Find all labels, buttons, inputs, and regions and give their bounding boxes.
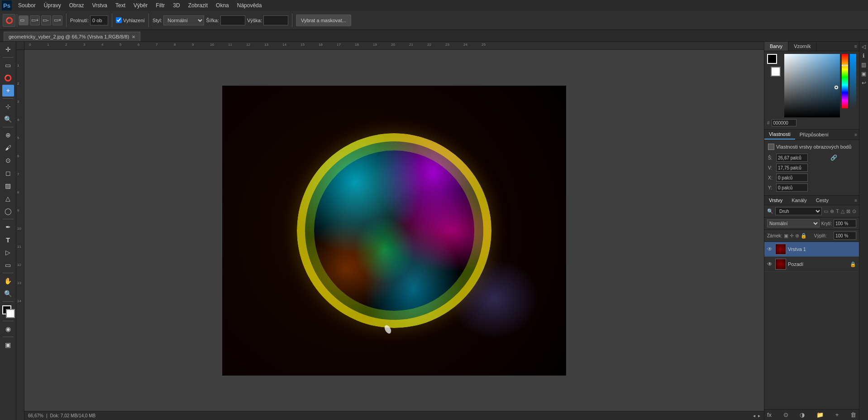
tool-hand[interactable]: ✋ — [2, 275, 14, 287]
lock-all-icon[interactable]: 🔒 — [801, 233, 807, 239]
vyhlazeni-label[interactable]: Vyhlazení — [116, 17, 145, 23]
menu-obraz[interactable]: Obraz — [66, 1, 88, 10]
fill-input[interactable] — [834, 232, 856, 240]
tool-quick-mask[interactable]: ◉ — [2, 323, 14, 335]
layer-type-select[interactable]: Druh — [775, 207, 822, 215]
subtract-selection-btn[interactable]: ▭- — [41, 15, 51, 25]
alpha-slider[interactable] — [850, 54, 856, 108]
hex-input[interactable] — [772, 119, 796, 126]
add-layer-button[interactable]: + — [835, 411, 839, 418]
tool-spot-heal[interactable]: ⊕ — [2, 129, 14, 141]
tool-magic-wand[interactable]: ✦ — [2, 85, 14, 97]
menu-upravy[interactable]: Úpravy — [40, 1, 65, 10]
menu-soubor[interactable]: Soubor — [14, 1, 39, 10]
tab-prizpusobeni[interactable]: Přizpůsobení — [795, 130, 833, 139]
tool-blur[interactable]: △ — [2, 193, 14, 204]
layer-visibility-pozadi[interactable]: 👁 — [767, 261, 773, 267]
tool-zoom[interactable]: 🔍 — [2, 288, 14, 299]
tool-lasso[interactable]: ⭕ — [2, 72, 14, 84]
side-icon-artboard[interactable]: ▣ — [861, 71, 866, 77]
tool-move[interactable]: ✛ — [2, 43, 14, 55]
menu-3d[interactable]: 3D — [169, 1, 183, 10]
menu-text[interactable]: Text — [112, 1, 129, 10]
delete-layer-button[interactable]: 🗑 — [850, 411, 856, 418]
tool-shape[interactable]: ▭ — [2, 259, 14, 271]
doc-tab[interactable]: geometricky_vyber_2.jpg @ 66,7% (Vrstva … — [4, 32, 140, 41]
layer-filter-pixel-icon[interactable]: ▭ — [824, 208, 828, 214]
fg-bg-color-swatch[interactable] — [0, 304, 16, 319]
sirka-input[interactable] — [220, 15, 245, 25]
tool-pen[interactable]: ✒ — [2, 221, 14, 233]
menu-vyber[interactable]: Výběr — [130, 1, 151, 10]
x-input[interactable] — [776, 174, 808, 182]
side-icon-info[interactable]: ℹ — [863, 53, 865, 59]
new-selection-btn[interactable]: ▭ — [19, 15, 29, 25]
hue-slider[interactable] — [842, 54, 848, 108]
tool-eyedropper[interactable]: 🔍 — [2, 113, 14, 125]
add-group-button[interactable]: 📁 — [816, 411, 824, 418]
fg-swatch[interactable] — [767, 54, 777, 64]
blend-mode-select[interactable]: Normální — [767, 219, 820, 227]
color-panel-menu[interactable]: ≡ — [853, 42, 859, 51]
opacity-input[interactable] — [834, 219, 856, 227]
tab-close-icon[interactable]: ✕ — [132, 34, 135, 39]
tool-clone[interactable]: ⊙ — [2, 154, 14, 166]
add-selection-btn[interactable]: ▭+ — [30, 15, 40, 25]
prolnuti-input[interactable] — [90, 15, 108, 25]
vyhlazeni-checkbox[interactable] — [116, 17, 122, 23]
tab-barvy[interactable]: Barvy — [764, 42, 788, 51]
fx-button[interactable]: fx — [767, 411, 772, 418]
layer-filter-toggle[interactable]: ⊙ — [852, 208, 856, 214]
layer-item-pozadi[interactable]: 👁 Pozadí 🔒 — [764, 257, 859, 272]
props-panel-menu[interactable]: ≡ — [853, 130, 859, 139]
bg-swatch[interactable] — [771, 67, 781, 77]
tab-kanaly[interactable]: Kanály — [787, 196, 811, 205]
tool-marquee[interactable]: ▭ — [2, 59, 14, 71]
scroll-left[interactable]: ◂ — [753, 413, 755, 418]
menu-filtr[interactable]: Filtr — [152, 1, 168, 10]
tool-lasso-icon[interactable]: ⭕ — [3, 14, 15, 27]
tool-gradient[interactable]: ▨ — [2, 180, 14, 192]
tool-screen-mode[interactable]: ▣ — [2, 339, 14, 351]
tab-cesty[interactable]: Cesty — [811, 196, 833, 205]
tool-eraser[interactable]: ◻ — [2, 167, 14, 179]
layers-panel-menu[interactable]: ≡ — [853, 196, 859, 205]
tool-dodge[interactable]: ◯ — [2, 205, 14, 217]
side-icon-collapse[interactable]: ◁ — [862, 43, 866, 50]
layer-filter-text-icon[interactable]: T — [836, 208, 839, 214]
layer-filter-adjust-icon[interactable]: ⊕ — [830, 208, 834, 214]
menu-vrstva[interactable]: Vrstva — [88, 1, 111, 10]
layer-item-vrstva1[interactable]: 👁 Vrstva 1 — [764, 242, 859, 257]
menu-zobrazit[interactable]: Zobrazit — [185, 1, 211, 10]
link-proportions[interactable]: 🔗 — [813, 154, 856, 162]
lock-move-icon[interactable]: ✛ — [790, 233, 794, 239]
tool-crop[interactable]: ⊹ — [2, 101, 14, 112]
side-icon-layers2[interactable]: ▥ — [861, 62, 866, 68]
side-icon-history[interactable]: ↩ — [862, 80, 866, 86]
scroll-right[interactable]: ▸ — [758, 413, 760, 418]
s-input[interactable] — [776, 154, 808, 162]
tool-text[interactable]: T — [2, 234, 14, 246]
color-gradient-field[interactable] — [784, 54, 840, 117]
background-color[interactable] — [6, 309, 15, 318]
v-input[interactable] — [776, 164, 808, 172]
vyska-input[interactable] — [263, 15, 288, 25]
lock-artboard-icon[interactable]: ⊕ — [795, 233, 799, 239]
lock-pixels-icon[interactable]: ▣ — [784, 233, 788, 239]
tab-vlastnosti[interactable]: Vlastnosti — [764, 130, 795, 140]
canvas-workspace[interactable] — [24, 50, 764, 411]
layer-visibility-vrstva1[interactable]: 👁 — [767, 246, 773, 252]
layer-filter-smart-icon[interactable]: ⊠ — [846, 208, 850, 214]
add-mask-button[interactable]: ⊙ — [783, 411, 788, 418]
vybrat-maskovat-button[interactable]: Vybrat a maskovat... — [296, 14, 351, 26]
y-input[interactable] — [776, 183, 808, 192]
add-adjustment-button[interactable]: ◑ — [800, 411, 805, 418]
tool-path-select[interactable]: ▷ — [2, 246, 14, 258]
styl-select[interactable]: Normální — [163, 15, 204, 25]
menu-okna[interactable]: Okna — [212, 1, 233, 10]
intersect-selection-btn[interactable]: ▭× — [52, 15, 62, 25]
tool-brush[interactable]: 🖌 — [2, 142, 14, 154]
tab-vzornik[interactable]: Vzorník — [788, 42, 816, 51]
layer-filter-shape-icon[interactable]: △ — [841, 208, 844, 214]
tab-vrstvy[interactable]: Vrstvy — [764, 196, 787, 205]
